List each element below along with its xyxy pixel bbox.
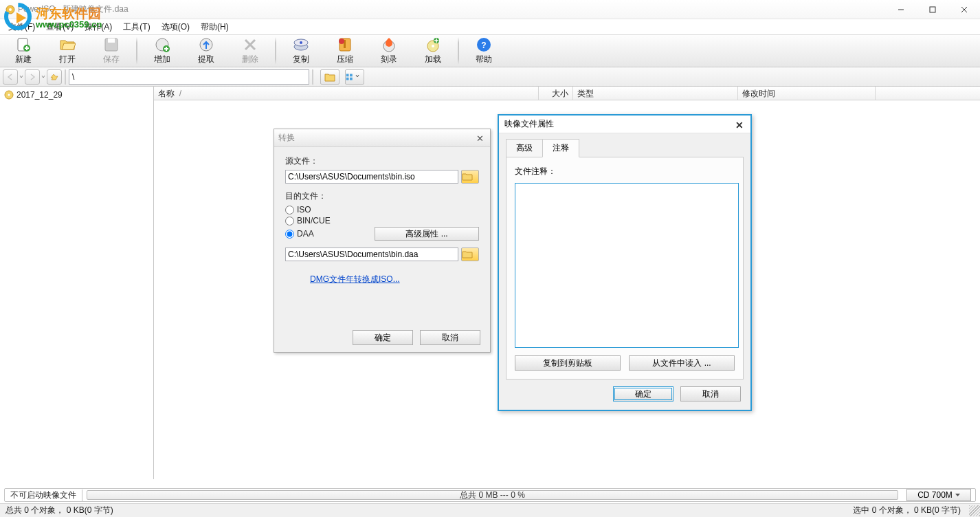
burn-icon	[381, 36, 397, 53]
svg-rect-28	[346, 77, 349, 80]
dlg-props-title[interactable]: 映像文件属性 ✕	[499, 116, 750, 133]
nav-back[interactable]	[3, 69, 18, 85]
path-input[interactable]	[69, 69, 309, 85]
svg-point-31	[8, 94, 10, 96]
menu-bar: 文件(F) 查看(V) 操作(A) 工具(T) 选项(O) 帮助(H)	[0, 19, 980, 34]
props-cancel[interactable]: 取消	[680, 386, 741, 402]
convert-cancel[interactable]: 取消	[420, 330, 480, 345]
tab-pane-comment: 文件注释： 复制到剪贴板 从文件中读入 ...	[506, 157, 744, 380]
dst-input[interactable]	[285, 248, 458, 261]
tree-root[interactable]: 2017_12_29	[3, 89, 151, 100]
toolbar-sep	[458, 37, 459, 65]
resize-grip[interactable]	[969, 505, 980, 516]
svg-text:?: ?	[481, 41, 486, 50]
tab-comment[interactable]: 注释	[542, 139, 579, 157]
chevron-down-icon	[955, 494, 960, 496]
read-file-btn[interactable]: 从文件中读入 ...	[629, 355, 735, 371]
convert-ok[interactable]: 确定	[353, 330, 413, 345]
new-icon	[15, 36, 32, 53]
props-ok[interactable]: 确定	[613, 386, 673, 402]
nav-up[interactable]	[47, 69, 62, 85]
radio-iso[interactable]	[285, 206, 294, 214]
svg-rect-29	[350, 77, 353, 80]
svg-rect-26	[346, 74, 349, 76]
status-bar: 总共 0 个对象， 0 KB(0 字节) 选中 0 个对象， 0 KB(0 字节…	[0, 503, 980, 517]
nav-fwd[interactable]	[25, 69, 40, 85]
svg-rect-4	[930, 7, 935, 12]
tb-help[interactable]: ?帮助	[462, 35, 506, 67]
boot-label: 不可启动映像文件	[5, 490, 82, 501]
radio-daa[interactable]	[285, 230, 294, 239]
src-input[interactable]	[285, 170, 458, 184]
tb-mount[interactable]: 加载	[411, 35, 455, 67]
tb-copy[interactable]: 复制	[279, 35, 323, 67]
tb-save: 保存	[89, 35, 133, 67]
advanced-properties-btn[interactable]: 高级属性 ...	[375, 227, 479, 241]
svg-point-16	[300, 41, 302, 44]
open-icon	[59, 36, 76, 53]
toolbar-sep	[275, 37, 276, 65]
menu-help[interactable]: 帮助(H)	[197, 21, 233, 34]
disc-icon	[4, 90, 14, 100]
minimize-button[interactable]	[885, 0, 917, 19]
maximize-button[interactable]	[917, 0, 948, 19]
tab-advanced[interactable]: 高级	[506, 139, 543, 157]
comment-textarea[interactable]	[515, 183, 739, 348]
svg-point-19	[339, 38, 344, 44]
chevron-down-icon[interactable]	[41, 72, 45, 82]
col-name[interactable]: 名称 /	[154, 87, 539, 100]
comment-label: 文件注释：	[515, 166, 735, 177]
tree-pane[interactable]: 2017_12_29	[0, 87, 154, 479]
svg-rect-27	[350, 74, 353, 76]
compress-icon	[337, 36, 353, 53]
tree-item-label: 2017_12_29	[16, 90, 63, 100]
mount-icon	[425, 36, 441, 53]
progress-bar: 总共 0 MB --- 0 %	[87, 490, 898, 500]
toolbar: 新建 打开 保存 增加 提取 删除 复制 压缩 刻录 加载 ?帮助	[0, 34, 980, 67]
svg-point-2	[9, 8, 12, 11]
view-mode-btn[interactable]	[345, 69, 364, 85]
tb-burn[interactable]: 刻录	[367, 35, 411, 67]
status-left: 总共 0 个对象， 0 KB(0 字节)	[0, 505, 119, 516]
col-date[interactable]: 修改时间	[738, 87, 876, 100]
chevron-down-icon[interactable]	[19, 72, 23, 82]
close-icon[interactable]: ✕	[476, 133, 486, 143]
copy-clipboard-btn[interactable]: 复制到剪贴板	[515, 355, 621, 371]
tb-compress[interactable]: 压缩	[323, 35, 367, 67]
folder-tree-btn[interactable]	[320, 69, 339, 85]
src-label: 源文件：	[285, 155, 479, 167]
src-browse[interactable]	[461, 170, 479, 184]
copy-icon	[293, 36, 309, 53]
col-size[interactable]: 大小	[539, 87, 573, 100]
close-icon[interactable]: ✕	[735, 120, 745, 129]
list-header: 名称 / 大小 类型 修改时间	[154, 87, 980, 100]
disc-size-select[interactable]: CD 700M	[906, 489, 971, 501]
app-icon	[5, 5, 15, 14]
radio-bincue[interactable]	[285, 217, 294, 226]
status-right: 选中 0 个对象， 0 KB(0 字节)	[847, 505, 966, 516]
menu-view[interactable]: 查看(V)	[42, 21, 78, 34]
col-type[interactable]: 类型	[573, 87, 738, 100]
save-icon	[103, 36, 120, 53]
menu-file[interactable]: 文件(F)	[4, 21, 39, 34]
tb-extract[interactable]: 提取	[184, 35, 228, 67]
dmg-link[interactable]: DMG文件年转换成ISO...	[310, 274, 479, 285]
extract-icon	[198, 36, 214, 53]
tb-add[interactable]: 增加	[140, 35, 184, 67]
tb-new[interactable]: 新建	[1, 35, 45, 67]
menu-tools[interactable]: 工具(T)	[119, 21, 154, 34]
tb-open[interactable]: 打开	[45, 35, 89, 67]
window-title: PowerISO - 新建映像文件.daa	[5, 3, 975, 15]
menu-action[interactable]: 操作(A)	[80, 21, 116, 34]
toolbar-sep	[136, 37, 137, 65]
window-title-text: PowerISO - 新建映像文件.daa	[18, 3, 129, 15]
svg-rect-10	[108, 38, 115, 43]
progress-row: 不可启动映像文件 总共 0 MB --- 0 % CD 700M	[4, 488, 976, 502]
close-button[interactable]	[948, 0, 980, 19]
nav-bar	[0, 67, 980, 87]
tabs: 高级 注释	[506, 139, 744, 157]
menu-options[interactable]: 选项(O)	[157, 21, 194, 34]
dialog-convert: 转换 ✕ 源文件： 目的文件： ISO BIN/CUE DAA 高级属性 ...…	[274, 129, 491, 353]
dst-browse[interactable]	[461, 248, 479, 261]
dlg-convert-title[interactable]: 转换 ✕	[274, 129, 490, 147]
